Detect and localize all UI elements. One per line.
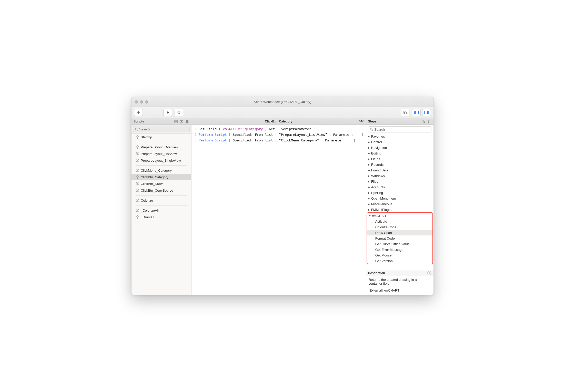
script-item[interactable]: PrepareLayout_ListView [132, 150, 191, 157]
step-category[interactable]: ▶Miscellaneous [366, 201, 433, 207]
separator [136, 142, 187, 142]
step-category[interactable]: ▶Editing [366, 150, 433, 156]
script-item[interactable]: _ColorizeAll [132, 207, 191, 214]
category-label: Control [371, 140, 382, 144]
svg-text:z: z [430, 121, 430, 123]
sort-icon[interactable]: az [427, 119, 431, 123]
step-item[interactable]: Get Version [367, 258, 432, 264]
toggle-right-pane-button[interactable] [422, 109, 431, 116]
step-category[interactable]: ▶Fields [366, 156, 433, 162]
step-category[interactable]: ▶Files [366, 179, 433, 184]
search-icon [135, 128, 138, 131]
scripts-search-input[interactable] [139, 127, 188, 131]
scripts-checklist-icon[interactable] [174, 119, 178, 123]
script-label: _ColorizeAll [141, 209, 158, 212]
script-item[interactable]: _DrawAll [132, 214, 191, 220]
script-item[interactable]: PrepareLayout_SingleView [132, 157, 191, 164]
step-item[interactable]: Draw Chart [367, 230, 432, 235]
favorite-icon[interactable] [422, 119, 426, 123]
disclosure-icon: ▶ [368, 141, 370, 143]
step-category[interactable]: ▶FMMiniPlugIn [366, 207, 433, 212]
line-number: 3 [191, 138, 199, 143]
step-item[interactable]: Activate [367, 219, 432, 224]
category-label: Files [371, 180, 378, 183]
script-label: PrepareLayout_ListView [141, 152, 177, 156]
script-item[interactable]: ClickMenu_Category [132, 167, 191, 174]
scripts-header: Scripts [132, 118, 191, 125]
steps-search-wrap [366, 125, 433, 133]
script-icon [136, 215, 139, 219]
visibility-icon[interactable] [359, 119, 364, 123]
step-category[interactable]: ▼xmCHART [367, 213, 432, 219]
window-controls [135, 100, 148, 104]
new-script-button[interactable]: + [134, 109, 143, 116]
scripts-search[interactable] [133, 126, 190, 132]
step-item[interactable]: Get Mouse [367, 252, 432, 258]
step-category[interactable]: ▶Open Menu Item [366, 195, 433, 201]
step-category[interactable]: ▶Windows [366, 173, 433, 179]
disclosure-icon: ▶ [368, 163, 370, 166]
script-item[interactable]: ClickBtn_Category [132, 174, 191, 180]
category-label: Miscellaneous [371, 202, 392, 206]
titlebar: Script Workspace (xmCHART_Gallery) [132, 97, 433, 107]
main-content: Scripts StartUpPrepareLayout_OverviewPre… [132, 118, 433, 295]
code-line[interactable]: 3Perform Script [ Specified: From list ;… [191, 138, 366, 143]
step-category[interactable]: ▶Favorites [366, 133, 433, 139]
step-label: Get Error Message [375, 248, 403, 252]
script-item[interactable]: ClickBtn_Draw [132, 180, 191, 187]
steps-search-input[interactable] [374, 128, 430, 131]
script-icon [136, 145, 139, 149]
code-line[interactable]: 2Perform Script [ Specified: From list ;… [191, 132, 366, 138]
steps-search[interactable] [368, 126, 431, 132]
plus-icon: + [137, 110, 140, 115]
script-label: ClickBtn_CopySource [141, 189, 173, 192]
script-item[interactable]: PrepareLayout_Overview [132, 144, 191, 150]
step-category[interactable]: ▶Accounts [366, 184, 433, 190]
help-icon[interactable]: ? [427, 271, 431, 275]
new-folder-icon[interactable] [179, 119, 184, 123]
step-item[interactable]: Get Curve Fitting Value [367, 241, 432, 247]
scripts-pane: Scripts StartUpPrepareLayout_OverviewPre… [132, 118, 191, 295]
debug-button[interactable] [175, 109, 183, 116]
editor-body[interactable]: 1Set Field [ xmGALLERY::gCategory ; Get … [191, 125, 366, 295]
editor-title: ClickBtn_Category [265, 120, 292, 123]
description-text: Returns the created drawing in a contain… [369, 278, 431, 285]
script-label: ClickMenu_Category [141, 169, 172, 172]
svg-rect-2 [405, 112, 407, 114]
script-item[interactable]: ClickBtn_CopySource [132, 187, 191, 194]
zoom-icon[interactable] [145, 100, 148, 104]
disclosure-icon: ▶ [368, 174, 370, 177]
step-item[interactable]: Format Code [367, 235, 432, 241]
toggle-left-pane-button[interactable] [412, 109, 421, 116]
close-icon[interactable] [135, 100, 138, 104]
scripts-list[interactable]: StartUpPrepareLayout_OverviewPrepareLayo… [132, 134, 191, 295]
step-category[interactable]: ▶Navigation [366, 145, 433, 150]
disclosure-icon: ▶ [368, 158, 370, 160]
list-options-icon[interactable] [185, 119, 189, 123]
step-item[interactable]: Colorize Code [367, 224, 432, 230]
step-category[interactable]: ▶Records [366, 162, 433, 167]
svg-rect-6 [427, 111, 429, 114]
toolbar: + [132, 107, 433, 118]
script-item[interactable]: Colorize [132, 197, 191, 204]
script-item[interactable]: StartUp [132, 134, 191, 140]
separator [136, 195, 187, 195]
disclosure-icon: ▶ [368, 191, 370, 194]
duplicate-button[interactable] [401, 109, 409, 116]
svg-rect-4 [414, 111, 416, 114]
layers-icon [403, 110, 407, 115]
minimize-icon[interactable] [140, 100, 143, 104]
run-button[interactable] [163, 109, 172, 116]
play-icon [167, 111, 169, 114]
disclosure-icon: ▶ [368, 186, 370, 189]
steps-list[interactable]: ▶Favorites▶Control▶Navigation▶Editing▶Fi… [366, 133, 433, 270]
step-category[interactable]: ▶Found Sets [366, 167, 433, 173]
step-category[interactable]: ▶Spelling [366, 190, 433, 195]
steps-pane: Steps az ▶Favorites▶Control▶Navigation▶E… [366, 118, 433, 295]
step-item[interactable]: Get Error Message [367, 247, 432, 252]
code-line[interactable]: 1Set Field [ xmGALLERY::gCategory ; Get … [191, 126, 366, 132]
disclosure-icon: ▶ [368, 197, 370, 200]
step-category[interactable]: ▶Control [366, 139, 433, 145]
script-label: _DrawAll [141, 215, 154, 219]
step-label: Get Mouse [375, 253, 392, 257]
